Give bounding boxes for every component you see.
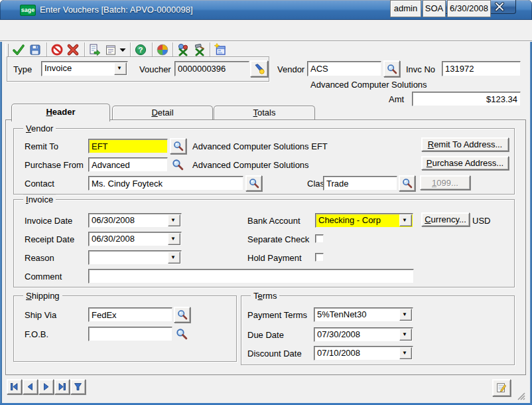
contact-label: Contact: [25, 179, 54, 189]
chevron-down-icon[interactable]: [399, 329, 412, 341]
type-dropdown[interactable]: Invoice: [41, 61, 128, 76]
last-record-button[interactable]: [54, 379, 70, 394]
toolbar-separator: [130, 42, 131, 57]
purchase-from-label: Purchase From: [25, 160, 84, 171]
status-company: SOA: [423, 0, 446, 17]
chevron-down-icon[interactable]: [399, 309, 412, 321]
help-icon[interactable]: ?: [134, 43, 147, 56]
vendor-name-text: Advanced Computer Solutions: [310, 80, 427, 90]
previous-record-icon: [26, 382, 34, 391]
notes-dropdown-icon[interactable]: [119, 43, 127, 56]
invoice-date-dropdown[interactable]: 06/30/2008: [88, 213, 182, 228]
magnifier-icon: [402, 178, 413, 189]
class-field[interactable]: [323, 176, 397, 191]
chevron-down-icon[interactable]: [399, 347, 412, 359]
tools-update-icon[interactable]: [193, 43, 206, 56]
new-window-icon[interactable]: [214, 43, 227, 56]
save-icon[interactable]: [29, 43, 42, 56]
pen-icon: [253, 63, 265, 75]
tab-detail[interactable]: Detail: [112, 106, 213, 120]
vendor-group-title: Vendor: [23, 123, 56, 133]
bank-account-dropdown[interactable]: Checking - Corp: [315, 213, 413, 228]
remit-to-label: Remit To: [25, 141, 58, 152]
voucher-edit-button[interactable]: [250, 60, 268, 77]
tab-totals[interactable]: Totals: [214, 106, 315, 120]
magnifier-icon: [249, 178, 259, 189]
reason-label: Reason: [25, 253, 54, 264]
cancel-icon[interactable]: [50, 43, 64, 56]
invoice-no-label: Invc No: [406, 64, 435, 75]
receipt-date-dropdown[interactable]: 06/30/2008: [88, 232, 182, 246]
payment-terms-dropdown[interactable]: 5%TenNet30: [314, 307, 413, 322]
chevron-down-icon[interactable]: [168, 233, 180, 245]
notes-icon[interactable]: [104, 43, 117, 56]
payment-terms-value: 5%TenNet30: [317, 309, 400, 319]
vendor-field[interactable]: [307, 61, 381, 76]
chevron-down-icon[interactable]: [168, 214, 180, 226]
window-title: Enter Vouchers [Batch: APVO-0000098]: [40, 5, 193, 15]
fob-field[interactable]: [88, 327, 172, 341]
comment-field[interactable]: [88, 269, 414, 284]
ship-via-label: Ship Via: [25, 310, 56, 321]
receipt-date-value: 06/30/2008: [92, 234, 168, 244]
voucher-field[interactable]: [174, 61, 249, 76]
remit-to-lookup-button[interactable]: [170, 138, 186, 154]
purchase-from-name-text: Advanced Computer Solutions: [192, 160, 309, 171]
delete-icon[interactable]: [66, 43, 80, 56]
invoice-date-value: 06/30/2008: [92, 215, 168, 225]
last-record-icon: [58, 382, 66, 391]
first-record-button[interactable]: [7, 379, 22, 394]
next-record-button[interactable]: [38, 379, 54, 394]
toolbar-separator: [210, 42, 210, 57]
filter-button[interactable]: [70, 379, 86, 394]
hold-payment-checkbox[interactable]: [315, 253, 324, 262]
purchase-address-button[interactable]: Purchase Address...: [421, 156, 509, 170]
about-icon[interactable]: [156, 43, 169, 56]
vendor-label: Vendor: [277, 64, 304, 75]
copy-voucher-icon[interactable]: [88, 43, 101, 56]
bank-account-value: Checking - Corp: [318, 215, 400, 225]
vendor-lookup-button[interactable]: [383, 60, 400, 77]
remit-to-field[interactable]: [88, 139, 168, 153]
discount-date-dropdown[interactable]: 07/10/2008: [314, 346, 413, 361]
chevron-down-icon[interactable]: [399, 214, 412, 226]
ship-via-lookup-button[interactable]: [174, 307, 190, 323]
due-date-dropdown[interactable]: 07/30/2008: [314, 327, 413, 342]
ship-via-field[interactable]: [88, 307, 172, 322]
vendor-update-icon[interactable]: [176, 43, 190, 56]
contact-field[interactable]: [88, 176, 243, 191]
previous-record-button[interactable]: [23, 379, 38, 394]
currency-button[interactable]: Currency...: [421, 212, 470, 226]
fob-label: F.O.B.: [25, 329, 48, 340]
toolbar-grip: [5, 44, 9, 56]
chevron-down-icon[interactable]: [168, 252, 180, 264]
class-lookup-button[interactable]: [399, 175, 415, 191]
due-date-value: 07/30/2008: [317, 329, 400, 339]
next-record-icon: [42, 382, 50, 391]
tab-header[interactable]: Header: [11, 104, 110, 121]
invoice-no-field[interactable]: [442, 61, 521, 76]
chevron-down-icon[interactable]: [114, 62, 127, 75]
magnifier-icon: [387, 64, 397, 74]
resize-grip-icon[interactable]: [515, 390, 525, 400]
comment-label: Comment: [25, 272, 62, 282]
accept-icon[interactable]: [12, 43, 25, 56]
fob-lookup-icon[interactable]: [175, 328, 188, 340]
bank-account-label: Bank Account: [247, 216, 300, 226]
contact-lookup-button[interactable]: [245, 175, 262, 191]
purchase-from-lookup-icon[interactable]: [171, 159, 184, 171]
amt-field[interactable]: [412, 92, 521, 106]
separate-check-checkbox[interactable]: [315, 234, 324, 243]
ten99-button[interactable]: 1099...: [420, 175, 470, 190]
purchase-from-field[interactable]: [88, 157, 168, 172]
first-record-icon: [10, 382, 19, 391]
toolbar-separator: [46, 42, 47, 57]
remit-to-address-button[interactable]: Remit To Address...: [421, 137, 509, 151]
status-date: 6/30/2008: [447, 0, 491, 17]
currency-code-text: USD: [472, 216, 490, 226]
toolbar-separator: [152, 42, 153, 57]
toolbar-separator: [172, 42, 173, 57]
edit-notes-button[interactable]: [492, 379, 511, 396]
reason-dropdown[interactable]: [88, 250, 182, 265]
invoice-group-title: Invoice: [23, 195, 56, 204]
